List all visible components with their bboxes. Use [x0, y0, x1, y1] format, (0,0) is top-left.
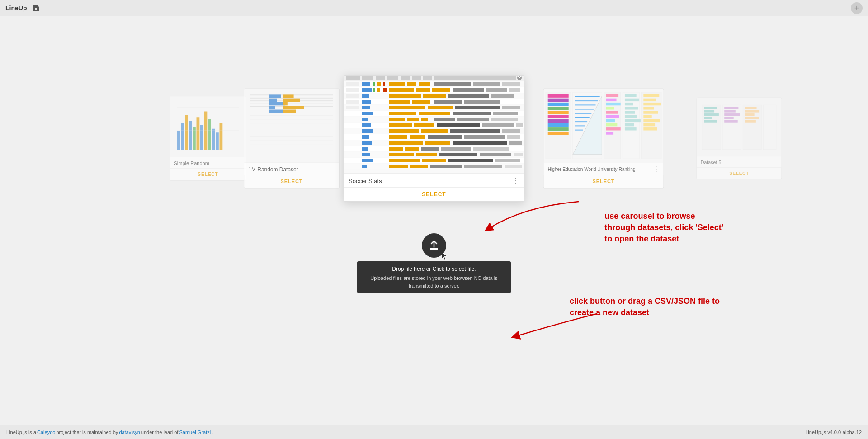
svg-rect-207: [625, 127, 637, 130]
svg-rect-150: [362, 159, 373, 162]
svg-marker-239: [442, 251, 447, 260]
svg-rect-29: [283, 106, 304, 109]
svg-rect-231: [724, 120, 738, 122]
svg-rect-170: [548, 111, 569, 114]
svg-rect-206: [625, 123, 634, 126]
card-thumbnail-far-right: [697, 98, 782, 156]
svg-rect-53: [373, 82, 375, 86]
higher-ed-card-name: Higher Education World University Rankin…: [548, 167, 636, 172]
svg-rect-82: [346, 100, 359, 104]
svg-rect-27: [283, 98, 300, 101]
svg-rect-229: [724, 113, 740, 116]
svg-rect-117: [362, 129, 373, 133]
svg-rect-217: [643, 127, 657, 130]
svg-rect-104: [407, 118, 419, 121]
svg-rect-8: [208, 119, 211, 150]
select-button-far-right[interactable]: SELECT: [697, 167, 782, 179]
upload-button[interactable]: [422, 233, 446, 258]
thumbnail-chart: [174, 100, 243, 154]
carousel-annotation-text: use carousel to browse through datasets,…: [604, 211, 723, 245]
svg-rect-92: [428, 106, 453, 109]
svg-rect-97: [389, 112, 416, 115]
select-button-far-left[interactable]: SELECT: [170, 168, 246, 180]
dataset-card-center[interactable]: Soccer Stats ⋮ SELECT: [344, 75, 524, 202]
svg-rect-30: [283, 109, 296, 113]
svg-rect-108: [491, 118, 518, 121]
svg-rect-224: [704, 113, 719, 116]
svg-rect-167: [548, 99, 569, 102]
svg-rect-168: [548, 103, 569, 106]
svg-rect-156: [362, 165, 367, 168]
svg-rect-68: [389, 88, 414, 92]
card-footer: 1M Random Dataset: [244, 162, 339, 175]
svg-rect-133: [453, 141, 507, 145]
svg-rect-70: [432, 88, 450, 92]
select-button-center[interactable]: SELECT: [344, 187, 524, 201]
svg-rect-179: [575, 100, 598, 101]
svg-rect-146: [439, 153, 477, 156]
datavisyn-link[interactable]: datavisyn: [119, 430, 140, 435]
card-menu-button[interactable]: ⋮: [512, 177, 519, 184]
svg-rect-181: [575, 109, 594, 110]
svg-rect-21: [269, 94, 281, 98]
svg-rect-0: [177, 131, 180, 150]
card-footer-higher-ed: Higher Education World University Rankin…: [544, 162, 664, 175]
svg-rect-48: [423, 76, 432, 80]
svg-rect-111: [389, 123, 412, 127]
card-thumbnail-soccer: [344, 76, 524, 173]
svg-rect-94: [502, 106, 520, 109]
svg-rect-115: [516, 123, 523, 127]
svg-rect-110: [362, 123, 371, 127]
svg-rect-45: [387, 76, 398, 80]
svg-rect-185: [575, 125, 585, 126]
svg-rect-120: [450, 129, 500, 133]
svg-rect-123: [362, 135, 369, 139]
svg-rect-214: [643, 115, 651, 118]
svg-rect-37: [250, 140, 333, 141]
svg-rect-232: [745, 107, 756, 109]
select-button-right[interactable]: SELECT: [544, 175, 664, 188]
upload-arrow-svg: [479, 300, 606, 354]
svg-rect-2: [185, 115, 188, 150]
svg-rect-189: [606, 99, 617, 101]
svg-rect-190: [606, 103, 621, 105]
dataset-card-far-right[interactable]: Dataset 5 SELECT: [697, 98, 782, 179]
svg-rect-226: [704, 120, 717, 122]
card-thumbnail: [244, 89, 339, 163]
dataset-card-far-left[interactable]: Simple Random SELECT: [170, 96, 246, 181]
svg-rect-137: [389, 147, 403, 151]
select-button-left[interactable]: SELECT: [244, 175, 339, 188]
caleydo-link[interactable]: Caleydo: [37, 430, 55, 435]
card-footer-far-right: Dataset 5: [697, 156, 782, 167]
svg-rect-39: [250, 149, 333, 149]
svg-rect-35: [250, 132, 333, 132]
dataset-card-left[interactable]: 1M Random Dataset SELECT: [244, 89, 340, 189]
upload-icon: [428, 240, 440, 251]
add-dataset-button[interactable]: +: [851, 2, 863, 14]
svg-rect-118: [389, 129, 419, 133]
svg-rect-178: [575, 96, 600, 97]
svg-rect-131: [389, 141, 423, 145]
svg-rect-51: [346, 82, 359, 86]
svg-rect-54: [377, 82, 381, 86]
far-right-card-name: Dataset 5: [701, 160, 722, 165]
svg-rect-89: [346, 106, 359, 109]
annotation-upload: click button or drag a CSV/JSON file to …: [570, 296, 732, 318]
card-footer-soccer: Soccer Stats ⋮: [344, 173, 524, 187]
svg-rect-147: [480, 153, 511, 156]
svg-rect-65: [373, 88, 375, 92]
gratzl-link[interactable]: Samuel Gratzl: [179, 430, 211, 435]
save-button[interactable]: [31, 3, 41, 13]
footer-text-1: LineUp.js is a: [6, 430, 36, 435]
svg-rect-59: [434, 82, 471, 86]
svg-rect-52: [362, 82, 370, 86]
svg-rect-44: [376, 76, 385, 80]
svg-rect-63: [346, 88, 359, 92]
svg-rect-213: [643, 111, 658, 113]
dataset-card-right[interactable]: Higher Education World University Rankin…: [543, 89, 664, 189]
svg-rect-192: [606, 111, 618, 113]
svg-rect-84: [389, 100, 410, 104]
plus-icon: +: [854, 4, 859, 12]
higher-ed-menu-button[interactable]: ⋮: [653, 166, 660, 173]
far-right-thumbnail: [700, 101, 778, 153]
